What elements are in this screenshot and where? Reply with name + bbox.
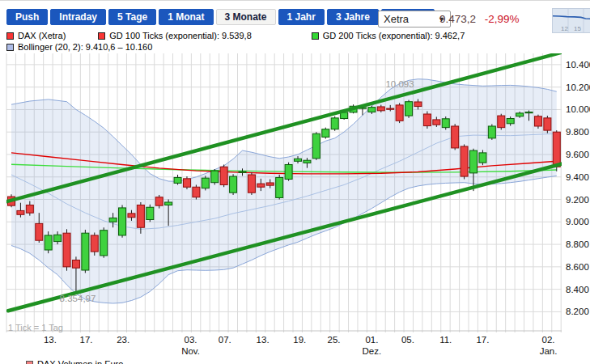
- stock-chart-widget: Push Intraday 5 Tage 1 Monat 3 Monate 1 …: [0, 0, 590, 364]
- candle-body: [230, 176, 237, 193]
- candle-body: [525, 112, 533, 112]
- candle-body: [276, 177, 283, 197]
- candle-body: [322, 129, 329, 138]
- candle-body: [414, 102, 422, 107]
- candle-body: [479, 153, 486, 163]
- candle-body: [146, 207, 154, 219]
- tick-scale-note: 1 Tick = 1 Tag: [8, 323, 63, 332]
- candle-body: [405, 102, 413, 116]
- candle-body: [452, 126, 459, 148]
- candle-body: [507, 119, 514, 124]
- candle-body: [17, 210, 24, 214]
- x-axis-label: 02.: [542, 335, 555, 345]
- candle-body: [183, 179, 190, 187]
- candle-body: [295, 159, 302, 161]
- y-axis-label: 10.000: [566, 104, 590, 114]
- candle-body: [45, 235, 52, 250]
- x-axis-label: 13.: [257, 335, 270, 345]
- candle-body: [285, 164, 292, 179]
- candle-body: [544, 118, 551, 130]
- candle-body: [433, 120, 440, 125]
- month-label: Nov.: [181, 346, 200, 356]
- x-axis-label: 05.: [401, 335, 414, 345]
- candle-body: [470, 150, 478, 173]
- y-axis-label: 8.200: [566, 307, 589, 316]
- candle-body: [137, 205, 144, 227]
- y-axis-label: 9.600: [566, 150, 589, 159]
- x-axis-label: 17.: [80, 335, 93, 345]
- candle-body: [248, 175, 255, 193]
- y-axis-label: 10.400: [566, 60, 590, 70]
- month-label: Dez.: [363, 346, 382, 356]
- y-axis-label: 9.400: [566, 172, 589, 182]
- candle-body: [377, 107, 384, 111]
- candle-body: [54, 235, 62, 241]
- x-axis-label: 19.: [293, 335, 306, 345]
- volume-swatch-icon: [26, 361, 33, 364]
- candle-body: [488, 126, 495, 138]
- candle-body: [498, 116, 505, 128]
- candle-body: [193, 187, 200, 197]
- candle-body: [257, 184, 265, 187]
- candle-body: [534, 116, 541, 126]
- candle-body: [100, 231, 108, 256]
- candle-body: [202, 178, 209, 188]
- month-label: Jan.: [540, 346, 558, 356]
- candle-body: [423, 114, 431, 126]
- y-axis-label: 9.800: [566, 127, 589, 137]
- y-axis-label: 9.000: [566, 217, 589, 226]
- candle-body: [174, 177, 181, 183]
- y-axis-label: 8.800: [566, 239, 589, 249]
- y-axis-label: 8.400: [566, 285, 589, 294]
- x-axis-label: 07.: [219, 335, 231, 345]
- candle-body: [368, 108, 376, 112]
- price-annotation: 8.354,97: [60, 294, 96, 303]
- candle-body: [82, 233, 89, 270]
- volume-legend-label: DAX Volumen in Euro: [37, 359, 123, 364]
- candle-body: [155, 197, 163, 205]
- volume-legend: DAX Volumen in Euro: [26, 359, 123, 364]
- candle-body: [396, 105, 403, 121]
- candle-body: [165, 202, 172, 205]
- candle-body: [63, 233, 70, 267]
- candle-body: [91, 235, 98, 252]
- candle-body: [36, 223, 43, 240]
- candle-body: [553, 132, 560, 167]
- x-axis-label: 25.: [328, 335, 341, 345]
- candle-body: [26, 205, 33, 213]
- candle-body: [461, 146, 468, 176]
- x-axis-label: 11.: [439, 335, 452, 345]
- candle-body: [119, 208, 126, 235]
- price-annotation: 10.093: [385, 79, 414, 89]
- candle-body: [442, 119, 449, 128]
- y-axis-label: 8.600: [566, 262, 589, 272]
- candle-body: [266, 183, 274, 185]
- candle-body: [331, 118, 338, 129]
- y-axis-label: 10.200: [566, 83, 590, 92]
- candle-body: [387, 108, 394, 109]
- candle-body: [303, 160, 311, 163]
- x-axis-label: 23.: [117, 335, 129, 345]
- x-axis-label: 03.: [185, 335, 197, 345]
- y-axis-label: 9.200: [566, 195, 589, 205]
- x-axis-label: 13.: [44, 335, 57, 345]
- x-axis-label: 17.: [476, 335, 489, 345]
- candlestick-chart[interactable]: 10.0938.354,978.2008.4008.6008.8009.0009…: [0, 1, 590, 364]
- candle-body: [211, 171, 219, 183]
- candle-body: [220, 167, 227, 184]
- candle-body: [312, 133, 320, 159]
- candle-body: [516, 113, 524, 116]
- candle-body: [72, 260, 79, 269]
- candle-body: [239, 171, 246, 172]
- candle-body: [109, 218, 117, 222]
- candle-body: [128, 214, 135, 218]
- x-axis-label: 01.: [365, 335, 378, 345]
